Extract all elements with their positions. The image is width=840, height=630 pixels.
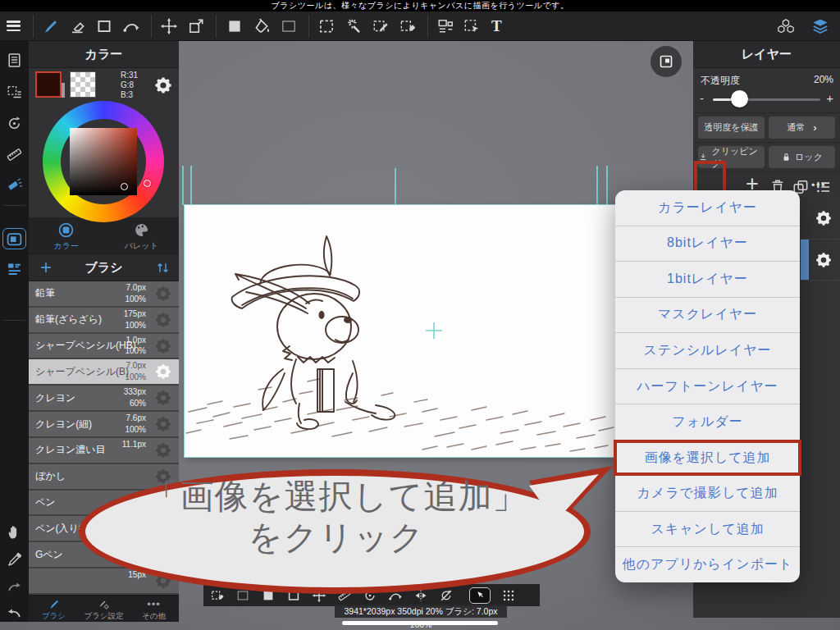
snap-parallel-icon[interactable] [235,588,250,603]
tab-other[interactable]: ••• その他 [129,596,179,622]
brush-list-item[interactable]: 鉛筆(ざらざら) 175px 100% [29,308,179,334]
brush-settings-gear-icon[interactable] [154,572,172,590]
tab-brush[interactable]: ブラシ [29,596,79,622]
hand-tool-icon[interactable] [6,523,23,541]
material-color-icon[interactable] [6,291,23,308]
opacity-slider-knob[interactable] [731,90,748,107]
panel-toggle-button[interactable] [651,46,682,77]
airbrush-icon[interactable] [6,176,23,194]
brush-list-item[interactable]: シャープペンシル(B) 7.0px 100% [29,359,179,386]
curve-tool-icon[interactable] [122,17,140,35]
hue-ring-indicator[interactable] [144,180,151,187]
color-settings-gear-icon[interactable] [153,75,173,95]
brush-panel-toggle-icon[interactable] [6,261,23,278]
file-menu-icon[interactable] [6,52,23,69]
blend-mode-button[interactable]: 通常 › [769,116,835,139]
eraser-tool-icon[interactable] [68,17,86,35]
brush-settings-gear-icon[interactable] [154,468,172,486]
lock-button[interactable]: ロック [769,146,835,168]
brush-list-item[interactable]: クレヨン 333px 60% [29,386,179,412]
brush-settings-gear-icon[interactable] [154,337,172,355]
brush-list-item[interactable]: 15px [29,568,179,595]
snap-cross-icon[interactable] [312,588,326,603]
flip-view-icon[interactable] [413,588,428,603]
tab-brush-settings[interactable]: ブラシ設定 [79,596,129,622]
add-layer-menu-item[interactable]: マスクレイヤー [615,298,800,334]
undo-icon[interactable] [6,605,23,623]
fill-rect-tool-icon[interactable] [226,17,244,35]
layer-more-button[interactable]: ••• [811,179,826,191]
add-brush-button[interactable]: + [40,256,52,279]
select-eraser-tool-icon[interactable] [399,17,417,35]
brush-list-item[interactable]: クレヨン濃い目 11.1px [29,438,179,464]
add-layer-menu-item[interactable]: 8bitレイヤー [615,226,800,262]
brush-list-item[interactable]: ぼかし [29,464,179,491]
eyedropper-icon[interactable] [6,551,23,568]
snap-vanish-icon[interactable] [337,588,352,603]
brush-list-item[interactable]: 鉛筆 7.0px 100% [29,281,179,308]
operation-select-tool-icon[interactable] [463,17,481,35]
opacity-minus[interactable]: - [700,91,704,105]
brush-settings-gear-icon[interactable] [154,311,172,329]
foreground-color-swatch[interactable] [35,71,62,98]
text-tool-icon[interactable]: T [491,17,502,35]
rotate-reset-icon[interactable] [6,115,23,132]
tab-color[interactable]: カラー [29,217,104,253]
material-panel-icon[interactable] [777,17,795,35]
menu-icon[interactable] [7,21,21,31]
divide-tool-icon[interactable] [436,17,454,35]
brush-list-item[interactable]: ペン [29,491,179,517]
snap-circle-icon[interactable] [363,588,377,603]
brush-settings-gear-icon[interactable] [154,441,172,459]
brush-list-item[interactable]: Gペン [29,542,179,568]
protect-alpha-button[interactable]: 透明度を保護 [698,116,765,139]
brush-list-item[interactable]: シャープペンシル(HB) 1.0px 100% [29,334,179,360]
opacity-plus[interactable]: + [826,91,833,105]
move-tool-icon[interactable] [160,17,178,35]
snap-ellipse-icon[interactable] [388,588,403,603]
add-layer-menu-item[interactable]: 画像を選択して追加 [615,441,800,477]
sv-indicator[interactable] [121,183,128,190]
snap-off-icon[interactable] [210,588,225,603]
drawing-canvas[interactable] [185,205,623,457]
add-layer-menu-item[interactable]: ハーフトーンレイヤー [615,369,800,405]
brush-settings-gear-icon[interactable] [154,363,172,381]
gradient-tool-icon[interactable] [280,17,298,35]
brush-tool-icon[interactable] [41,17,59,35]
bucket-tool-icon[interactable] [253,17,271,35]
transform-tool-icon[interactable] [187,17,205,35]
layer-panel-icon[interactable] [811,17,829,35]
add-layer-menu-item[interactable]: 他のアプリからインポート [615,547,800,582]
brush-list-item[interactable]: ペン(入り抜き) [29,516,179,542]
add-layer-menu-item[interactable]: ステンシルレイヤー [615,333,800,369]
color-panel-toggle-icon[interactable] [6,231,23,248]
brush-settings-gear-icon[interactable] [154,389,172,407]
brush-settings-gear-icon[interactable] [154,546,172,564]
brush-settings-gear-icon[interactable] [154,285,172,303]
layer-settings-gear-icon[interactable] [815,209,833,227]
transparent-color-swatch[interactable] [70,71,96,98]
layer-settings-gear-icon[interactable] [815,251,833,269]
brush-settings-gear-icon[interactable] [154,494,172,512]
snap-vertical-icon[interactable] [286,588,301,603]
home-indicator[interactable] [342,621,498,625]
brush-settings-gear-icon[interactable] [154,519,172,537]
shape-tool-icon[interactable] [95,17,113,35]
select-pen-tool-icon[interactable] [372,17,390,35]
brush-list-item[interactable]: クレヨン(細) 7.6px 100% [29,412,179,438]
grid-toggle-icon[interactable] [501,588,516,603]
rotate-lock-icon[interactable] [439,588,454,603]
add-layer-menu-item[interactable]: カラーレイヤー [615,190,800,226]
brush-settings-gear-icon[interactable] [154,415,172,433]
tab-palette[interactable]: パレット [104,217,180,253]
select-export-icon[interactable] [6,84,23,101]
ruler-icon[interactable] [6,146,23,163]
magic-wand-tool-icon[interactable] [345,17,363,35]
add-layer-menu-item[interactable]: 1bitレイヤー [615,262,800,298]
select-tool-icon[interactable] [317,17,336,35]
add-layer-menu-item[interactable]: スキャンして追加 [615,512,800,548]
add-layer-menu-item[interactable]: フォルダー [615,404,800,441]
pointer-mode-button[interactable] [469,587,491,604]
redo-icon[interactable] [6,579,23,596]
opacity-slider-track[interactable] [713,98,820,101]
